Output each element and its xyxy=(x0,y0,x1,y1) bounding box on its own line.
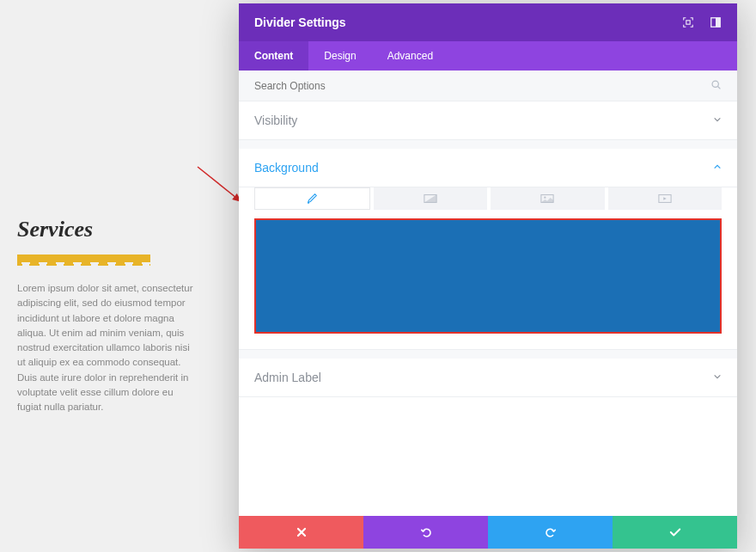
bg-tab-color[interactable] xyxy=(254,187,370,210)
section-spacer xyxy=(239,140,737,149)
services-heading: Services xyxy=(17,217,198,242)
bg-tab-video[interactable] xyxy=(608,187,722,210)
chevron-up-icon xyxy=(713,163,722,173)
services-divider xyxy=(17,255,150,266)
services-body-text: Lorem ipsum dolor sit amet, consectetur … xyxy=(17,281,198,414)
modal-header: Divider Settings xyxy=(239,3,737,41)
svg-rect-3 xyxy=(716,18,720,28)
settings-modal: Divider Settings Content Design Advanced… xyxy=(239,3,737,549)
chevron-down-icon xyxy=(713,372,722,383)
section-title-background: Background xyxy=(254,161,319,175)
close-icon xyxy=(296,527,307,537)
svg-point-9 xyxy=(544,197,546,199)
tab-content[interactable]: Content xyxy=(239,41,308,71)
tab-advanced[interactable]: Advanced xyxy=(372,41,448,71)
bg-tab-gradient[interactable] xyxy=(374,187,488,210)
svg-point-6 xyxy=(308,202,309,204)
cancel-button[interactable] xyxy=(239,516,363,549)
expand-icon[interactable] xyxy=(682,16,694,28)
modal-footer xyxy=(239,516,737,549)
page-preview-left: Services Lorem ipsum dolor sit amet, con… xyxy=(17,217,198,414)
undo-button[interactable] xyxy=(363,516,488,549)
snap-icon[interactable] xyxy=(710,16,722,28)
panel-body: Visibility Background xyxy=(239,101,737,516)
chevron-down-icon xyxy=(713,115,722,126)
redo-icon xyxy=(545,526,557,538)
redo-button[interactable] xyxy=(488,516,613,549)
confirm-button[interactable] xyxy=(613,516,737,549)
modal-title: Divider Settings xyxy=(254,15,346,29)
background-subtabs xyxy=(254,187,722,210)
section-background[interactable]: Background xyxy=(239,149,737,187)
svg-line-0 xyxy=(198,167,241,201)
section-title-admin-label: Admin Label xyxy=(254,371,321,384)
check-icon xyxy=(669,527,681,537)
search-icon[interactable] xyxy=(710,78,722,94)
section-visibility[interactable]: Visibility xyxy=(239,101,737,140)
svg-point-4 xyxy=(712,81,718,87)
section-admin-label[interactable]: Admin Label xyxy=(239,359,737,397)
tabs-bar: Content Design Advanced xyxy=(239,41,737,71)
section-title-visibility: Visibility xyxy=(254,113,297,127)
search-input[interactable] xyxy=(254,80,710,92)
bg-tab-image[interactable] xyxy=(491,187,605,210)
background-content xyxy=(239,187,737,350)
section-spacer xyxy=(239,350,737,359)
tab-design[interactable]: Design xyxy=(308,41,371,71)
undo-icon xyxy=(420,526,432,538)
search-bar xyxy=(239,71,737,101)
header-actions xyxy=(682,16,722,28)
background-color-preview[interactable] xyxy=(254,218,722,334)
svg-line-5 xyxy=(718,86,721,89)
svg-rect-1 xyxy=(686,21,690,24)
